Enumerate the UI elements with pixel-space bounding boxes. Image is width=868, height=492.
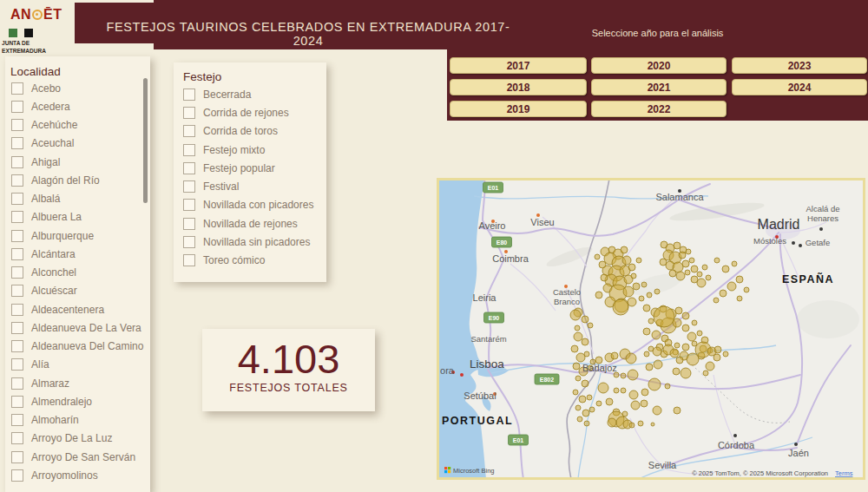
map-bubble[interactable]: [596, 401, 602, 406]
localidad-option[interactable]: Aldeanueva De La Vera: [5, 318, 150, 337]
localidad-option[interactable]: Alconchel: [5, 264, 150, 282]
map-bubble[interactable]: [653, 406, 661, 415]
checkbox-icon[interactable]: [183, 162, 195, 174]
map-bubble[interactable]: [722, 266, 729, 272]
terms-link[interactable]: Terms: [835, 469, 853, 477]
localidad-option[interactable]: Alía: [5, 356, 150, 374]
checkbox-icon[interactable]: [11, 414, 23, 426]
map-bubble[interactable]: [633, 283, 640, 290]
map-bubble[interactable]: [577, 417, 582, 422]
festejo-option[interactable]: Becerrada: [174, 85, 326, 103]
festejo-option[interactable]: Festival: [174, 177, 326, 195]
map-bubble[interactable]: [682, 312, 689, 319]
localidad-option[interactable]: Alcántara: [5, 245, 150, 263]
map-bubble[interactable]: [692, 320, 697, 325]
map-bubble[interactable]: [621, 373, 626, 378]
map-bubble[interactable]: [622, 256, 631, 265]
year-button-2024[interactable]: 2024: [732, 79, 867, 95]
localidad-option[interactable]: Alcuéscar: [5, 282, 150, 300]
map-bubble[interactable]: [675, 307, 682, 314]
festejo-option[interactable]: Festejo mixto: [174, 141, 326, 159]
checkbox-icon[interactable]: [11, 101, 23, 113]
localidad-option[interactable]: Arroyo De San Serván: [5, 448, 150, 466]
map-bubble[interactable]: [595, 254, 600, 259]
checkbox-icon[interactable]: [11, 156, 23, 168]
map-bubble[interactable]: [720, 290, 727, 297]
checkbox-icon[interactable]: [11, 248, 23, 260]
map-bubble[interactable]: [714, 346, 721, 353]
checkbox-icon[interactable]: [183, 144, 195, 156]
festejo-option[interactable]: Novillada con picadores: [174, 196, 326, 214]
localidad-option[interactable]: Albalá: [5, 190, 150, 208]
map-bubble[interactable]: [679, 252, 686, 259]
map-bubble[interactable]: [647, 292, 652, 298]
festejo-option[interactable]: Novillada sin picadores: [174, 233, 326, 251]
localidad-option[interactable]: Acebo: [5, 79, 150, 97]
festejo-option[interactable]: Novillada de rejones: [174, 214, 326, 233]
map-bubble[interactable]: [654, 306, 674, 327]
festejo-option[interactable]: Corrida de rejones: [174, 103, 326, 121]
map-bubble[interactable]: [628, 264, 635, 271]
year-button-2022[interactable]: 2022: [591, 101, 727, 117]
checkbox-icon[interactable]: [11, 322, 23, 334]
map-bubble[interactable]: [582, 410, 589, 417]
map-bubble[interactable]: [713, 298, 719, 303]
localidad-option[interactable]: Arroyomolinos: [5, 466, 150, 484]
localidad-option[interactable]: Alburquerque: [5, 226, 150, 245]
map-bubble[interactable]: [570, 310, 581, 320]
map-bubble[interactable]: [574, 332, 582, 341]
map-bubble[interactable]: [573, 390, 578, 395]
map-bubble[interactable]: [644, 351, 649, 357]
localidad-option[interactable]: Aceuchal: [5, 134, 150, 153]
map-bubble[interactable]: [676, 272, 685, 280]
map-bubble[interactable]: [665, 384, 670, 389]
localidad-option[interactable]: Arroyo De La Luz: [5, 430, 150, 448]
map-bubble[interactable]: [654, 289, 660, 294]
localidad-option[interactable]: Aldeanueva Del Camino: [5, 338, 150, 356]
map-bubble[interactable]: [653, 347, 661, 356]
map-bubble[interactable]: [706, 362, 714, 371]
map-bubble[interactable]: [681, 368, 691, 378]
map-bubble[interactable]: [643, 328, 650, 335]
map-bubble[interactable]: [697, 279, 706, 287]
checkbox-icon[interactable]: [11, 340, 23, 352]
map-bubble[interactable]: [702, 265, 707, 270]
map-bubble[interactable]: [587, 395, 592, 400]
year-button-2018[interactable]: 2018: [450, 79, 587, 95]
map-bubble[interactable]: [641, 389, 648, 396]
map-bubble[interactable]: [648, 318, 654, 324]
map-bubble[interactable]: [639, 296, 644, 301]
map-bubble[interactable]: [614, 388, 619, 393]
map-bubble[interactable]: [682, 344, 689, 351]
checkbox-icon[interactable]: [183, 254, 195, 266]
map-bubble[interactable]: [682, 260, 689, 267]
checkbox-icon[interactable]: [11, 432, 23, 444]
map-bubble[interactable]: [676, 357, 683, 364]
localidad-option[interactable]: Almoharín: [5, 411, 150, 430]
map-bubble[interactable]: [706, 275, 711, 280]
map-bubble[interactable]: [727, 282, 736, 291]
map-bubble[interactable]: [606, 398, 613, 405]
map-bubble[interactable]: [673, 318, 681, 327]
checkbox-icon[interactable]: [11, 285, 23, 297]
map-bubble[interactable]: [638, 421, 643, 426]
map-bubble[interactable]: [654, 360, 662, 369]
map-bubble[interactable]: [673, 368, 680, 375]
map-bubble[interactable]: [703, 371, 708, 376]
map-bubble[interactable]: [669, 270, 676, 277]
checkbox-icon[interactable]: [11, 266, 23, 279]
map-bubble[interactable]: [571, 345, 578, 352]
localidad-option[interactable]: Albuera La: [5, 208, 150, 226]
localidad-option[interactable]: Acedera: [5, 97, 150, 115]
map-bubble[interactable]: [652, 331, 661, 339]
map-bubble[interactable]: [582, 338, 589, 345]
map-bubble[interactable]: [674, 242, 681, 249]
map-bubble[interactable]: [697, 331, 702, 336]
map-bubble[interactable]: [631, 401, 640, 410]
map-bubble[interactable]: [670, 349, 679, 358]
map-bubble[interactable]: [623, 286, 634, 297]
checkbox-icon[interactable]: [183, 180, 195, 193]
checkbox-icon[interactable]: [183, 107, 195, 119]
map-bubble[interactable]: [714, 258, 720, 263]
map-bubble[interactable]: [643, 305, 650, 312]
